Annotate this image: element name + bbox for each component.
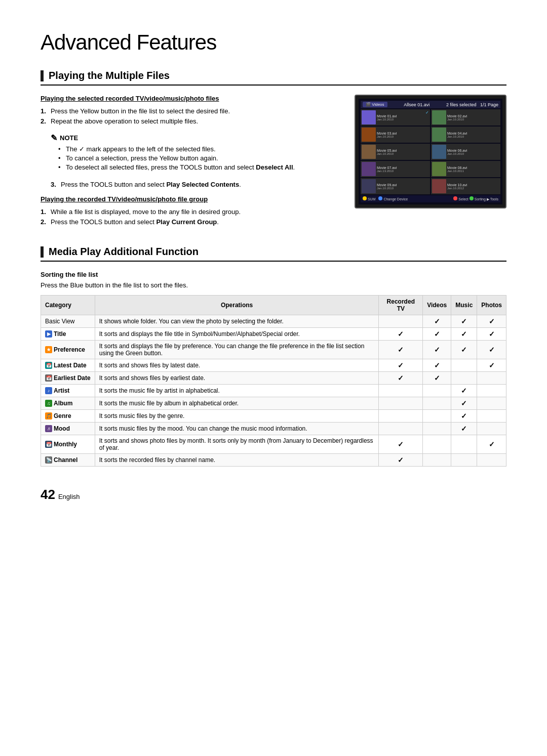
- check-music-genre: ✓: [451, 410, 477, 423]
- check-photos-pref: ✓: [477, 341, 506, 359]
- steps-list-2: 1. While a file list is displayed, move …: [41, 208, 339, 226]
- tv-filename: Allsee 01.avi: [404, 102, 429, 107]
- step-3: 3. Press the TOOLS button and select Pla…: [51, 181, 339, 188]
- cat-monthly: 📆Monthly: [41, 435, 95, 454]
- tv-info-5: Movie 05.avi Jan.10.2010: [377, 149, 429, 155]
- check-music-earliest: [451, 372, 477, 385]
- tv-bottom-bar: SUM Change Device Select Sorting ▶ Tools: [361, 195, 500, 202]
- ops-genre: It sorts music files by the genre.: [95, 410, 379, 423]
- check-photos-earliest: [477, 372, 506, 385]
- section1-header: Playing the Multiple Files: [41, 70, 506, 86]
- check-photos-channel: [477, 454, 506, 467]
- tv-thumb-3: [362, 128, 376, 142]
- tv-page-info: 2 files selected 1/1 Page: [446, 102, 498, 107]
- check-music-basic: ✓: [451, 315, 477, 328]
- tv-info-10: Movie 10.avi Jan.10.2012: [447, 183, 499, 190]
- table-header-row: Category Operations Recorded TV Videos M…: [41, 296, 506, 315]
- check-recorded-mood: [379, 423, 423, 435]
- table-row: ♪Artist It sorts the music file by artis…: [41, 385, 506, 397]
- table-row: ♬Mood It sorts music files by the mood. …: [41, 423, 506, 435]
- cat-latest-date: 📅Latest Date: [41, 359, 95, 372]
- note-title: ✎ NOTE: [51, 133, 339, 143]
- icon-earliest: 📅: [45, 374, 52, 382]
- check-videos-latest: ✓: [423, 359, 451, 372]
- th-videos: Videos: [423, 296, 451, 315]
- icon-mood: ♬: [45, 425, 52, 432]
- sub2-step-1: 1. While a file list is displayed, move …: [41, 208, 339, 216]
- page-language: English: [58, 493, 80, 500]
- sub2-step-2: 2. Press the TOOLS button and select Pla…: [41, 218, 339, 226]
- check-videos-album: [423, 397, 451, 410]
- tv-thumb-8: [432, 162, 446, 176]
- check-recorded-title: ✓: [379, 328, 423, 341]
- check-photos-monthly: ✓: [477, 435, 506, 454]
- check-music-album: ✓: [451, 397, 477, 410]
- check-recorded-genre: [379, 410, 423, 423]
- tv-item-7: Movie 07.avi Jan.13.2010: [361, 161, 430, 177]
- check-videos-artist: [423, 385, 451, 397]
- tv-item-1: Movie 01.avi Jan.10.2010 ✓: [361, 109, 430, 125]
- check-videos-earliest: ✓: [423, 372, 451, 385]
- check-music-latest: [451, 359, 477, 372]
- table-row: Basic View It shows whole folder. You ca…: [41, 315, 506, 328]
- page-title: Advanced Features: [41, 30, 506, 55]
- th-music: Music: [451, 296, 477, 315]
- section1-left: Playing the selected recorded TV/video/m…: [41, 95, 339, 231]
- tv-thumb-7: [362, 162, 376, 176]
- table-row: 📅Earliest Date It sorts and shows files …: [41, 372, 506, 385]
- tv-item-4: Movie 04.avi Jan.10.2010: [431, 127, 500, 143]
- icon-preference: ★: [45, 346, 52, 353]
- check-music-pref: ✓: [451, 341, 477, 359]
- tv-info-9: Movie 09.avi Jan.10.2010: [377, 183, 429, 190]
- table-row: ★Preference It sorts and displays the fi…: [41, 341, 506, 359]
- check-music-channel: [451, 454, 477, 467]
- note-bullet-1: The ✓ mark appears to the left of the se…: [58, 145, 339, 153]
- note-box: ✎ NOTE The ✓ mark appears to the left of…: [51, 130, 339, 176]
- subsection1-title: Playing the selected recorded TV/video/m…: [41, 95, 339, 102]
- cat-earliest-date: 📅Earliest Date: [41, 372, 95, 385]
- ops-album: It sorts the music file by album in alph…: [95, 397, 379, 410]
- tv-btn-sum: SUM Change Device: [363, 196, 408, 201]
- check-videos-pref: ✓: [423, 341, 451, 359]
- table-row: 📡Channel It sorts the recorded files by …: [41, 454, 506, 467]
- sort-table: Category Operations Recorded TV Videos M…: [41, 295, 506, 467]
- tv-item-5: Movie 05.avi Jan.10.2010: [361, 144, 430, 160]
- step-2: 2. Repeat the above operation to select …: [41, 117, 339, 125]
- cat-artist: ♪Artist: [41, 385, 95, 397]
- tv-check-1: ✓: [425, 110, 429, 115]
- icon-album: ♫: [45, 400, 52, 407]
- cat-mood: ♬Mood: [41, 423, 95, 435]
- tv-tab: 🎬 Videos: [363, 102, 387, 107]
- sort-desc: Press the Blue button in the file list t…: [41, 281, 506, 289]
- table-row: 📆Monthly It sorts and shows photo files …: [41, 435, 506, 454]
- sort-subtitle: Sorting the file list: [41, 271, 506, 278]
- tv-info-4: Movie 04.avi Jan.10.2010: [447, 132, 499, 138]
- cat-album: ♫Album: [41, 397, 95, 410]
- cat-basic-view: Basic View: [41, 315, 95, 328]
- th-photos: Photos: [477, 296, 506, 315]
- check-videos-monthly: [423, 435, 451, 454]
- cat-preference: ★Preference: [41, 341, 95, 359]
- check-videos-title: ✓: [423, 328, 451, 341]
- icon-genre: 🎵: [45, 412, 52, 419]
- table-row: ▶Title It sorts and displays the file ti…: [41, 328, 506, 341]
- note-bullets: The ✓ mark appears to the left of the se…: [51, 145, 339, 171]
- th-category: Category: [41, 296, 95, 315]
- subsection2-title: Playing the recorded TV/video/music/phot…: [41, 195, 339, 203]
- th-recorded-tv: Recorded TV: [379, 296, 423, 315]
- ops-earliest: It sorts and shows files by earliest dat…: [95, 372, 379, 385]
- tv-btn-right: Select Sorting ▶ Tools: [453, 196, 498, 201]
- tv-top-bar: 🎬 Videos Allsee 01.avi 2 files selected …: [361, 101, 500, 108]
- check-photos-title: ✓: [477, 328, 506, 341]
- tv-item-10: Movie 10.avi Jan.10.2012: [431, 178, 500, 194]
- check-recorded-basic: [379, 315, 423, 328]
- section2-header: Media Play Additional Function: [41, 246, 506, 262]
- check-photos-album: [477, 397, 506, 410]
- check-videos-channel: [423, 454, 451, 467]
- page-number: 42: [41, 487, 55, 502]
- section-bar-1: [41, 70, 44, 81]
- ops-mood: It sorts music files by the mood. You ca…: [95, 423, 379, 435]
- note-bullet-3: To deselect all selected files, press th…: [58, 163, 339, 171]
- tv-thumb-6: [432, 145, 446, 159]
- check-recorded-pref: ✓: [379, 341, 423, 359]
